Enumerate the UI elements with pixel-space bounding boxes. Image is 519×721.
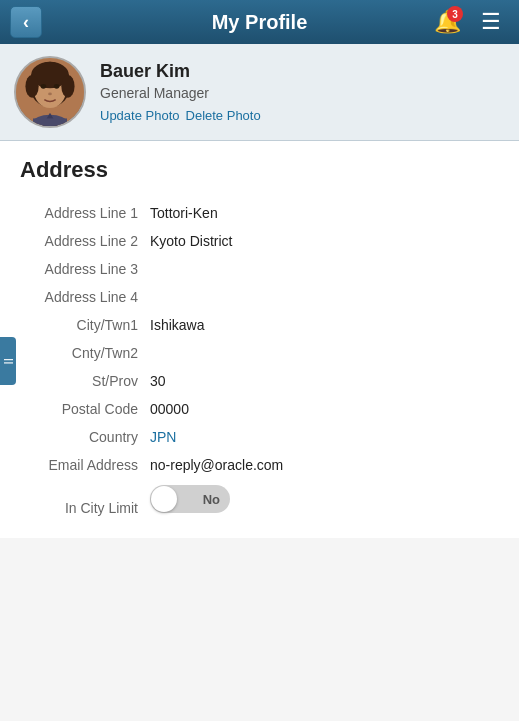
- toggle-knob: [151, 486, 177, 512]
- label-postal: Postal Code: [20, 401, 150, 417]
- address-section: Address Address Line 1 Tottori-Ken Addre…: [0, 141, 519, 538]
- field-row-county: Cnty/Twn2: [20, 339, 499, 367]
- header-icons: 🔔 3 ☰: [429, 4, 509, 40]
- svg-point-4: [25, 75, 38, 98]
- label-address2: Address Line 2: [20, 233, 150, 249]
- value-city: Ishikawa: [150, 317, 499, 333]
- label-country: Country: [20, 429, 150, 445]
- menu-button[interactable]: ☰: [473, 4, 509, 40]
- profile-name: Bauer Kim: [100, 61, 261, 82]
- toggle-label: No: [203, 492, 220, 507]
- city-limit-toggle-container: No: [150, 485, 230, 513]
- back-icon: ‹: [23, 13, 29, 31]
- profile-section: Bauer Kim General Manager Update Photo D…: [0, 44, 519, 141]
- back-button[interactable]: ‹: [10, 6, 42, 38]
- field-row-postal: Postal Code 00000: [20, 395, 499, 423]
- svg-point-5: [61, 75, 74, 98]
- svg-point-8: [48, 92, 52, 95]
- field-row-state: St/Prov 30: [20, 367, 499, 395]
- field-row-country: Country JPN: [20, 423, 499, 451]
- value-address2: Kyoto District: [150, 233, 499, 249]
- field-row-address3: Address Line 3: [20, 255, 499, 283]
- main-content: II Address Address Line 1 Tottori-Ken Ad…: [0, 141, 519, 538]
- section-title: Address: [20, 157, 499, 183]
- page-title: My Profile: [212, 11, 308, 34]
- side-tab-icon: II: [1, 358, 15, 365]
- delete-photo-link[interactable]: Delete Photo: [186, 108, 261, 123]
- field-row-city: City/Twn1 Ishikawa: [20, 311, 499, 339]
- profile-job-title: General Manager: [100, 85, 261, 101]
- svg-rect-11: [33, 118, 67, 126]
- profile-links: Update Photo Delete Photo: [100, 108, 261, 123]
- value-address1: Tottori-Ken: [150, 205, 499, 221]
- update-photo-link[interactable]: Update Photo: [100, 108, 180, 123]
- label-address3: Address Line 3: [20, 261, 150, 277]
- header: ‹ My Profile 🔔 3 ☰: [0, 0, 519, 44]
- field-row-address4: Address Line 4: [20, 283, 499, 311]
- hamburger-icon: ☰: [481, 9, 501, 35]
- value-email: no-reply@oracle.com: [150, 457, 499, 473]
- field-row-address2: Address Line 2 Kyoto District: [20, 227, 499, 255]
- value-postal: 00000: [150, 401, 499, 417]
- avatar: [14, 56, 86, 128]
- field-row-city-limit: In City Limit No: [20, 479, 499, 522]
- label-county: Cnty/Twn2: [20, 345, 150, 361]
- field-row-address1: Address Line 1 Tottori-Ken: [20, 199, 499, 227]
- value-state: 30: [150, 373, 499, 389]
- label-city-limit: In City Limit: [20, 500, 150, 516]
- svg-point-7: [54, 84, 60, 89]
- label-state: St/Prov: [20, 373, 150, 389]
- avatar-image: [16, 58, 84, 126]
- label-address4: Address Line 4: [20, 289, 150, 305]
- notification-bell-button[interactable]: 🔔 3: [429, 4, 465, 40]
- notification-badge: 3: [447, 6, 463, 22]
- side-tab[interactable]: II: [0, 337, 16, 385]
- value-country: JPN: [150, 429, 499, 445]
- label-city: City/Twn1: [20, 317, 150, 333]
- city-limit-toggle[interactable]: No: [150, 485, 230, 513]
- svg-point-6: [41, 84, 47, 89]
- profile-info: Bauer Kim General Manager Update Photo D…: [100, 61, 261, 123]
- label-address1: Address Line 1: [20, 205, 150, 221]
- field-row-email: Email Address no-reply@oracle.com: [20, 451, 499, 479]
- label-email: Email Address: [20, 457, 150, 473]
